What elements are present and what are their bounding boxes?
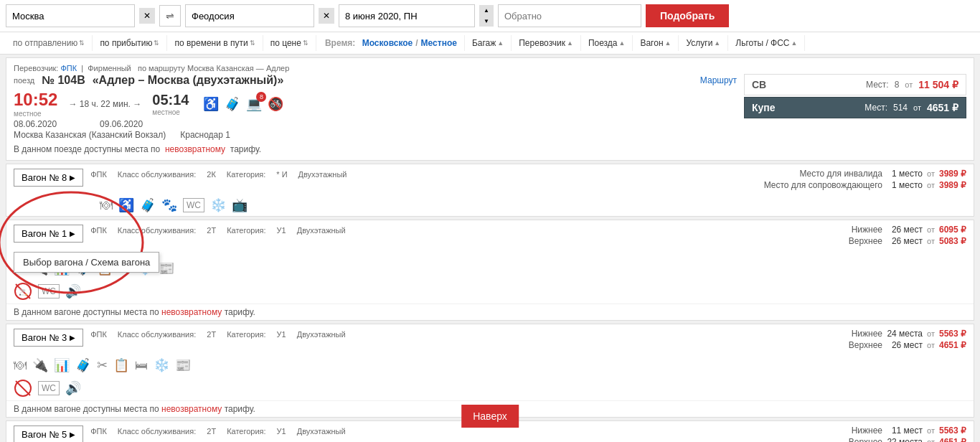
services-filter[interactable]: Услуги ▲ <box>679 35 728 51</box>
train-route-desc: по маршруту Москва Казанская — Адлер <box>138 64 289 72</box>
wagon-5-cat: У1 <box>277 427 286 436</box>
sort-departure-label: по отправлению <box>13 38 77 48</box>
wagon-1-price-1-places: 26 мест <box>887 236 923 246</box>
time-filter: Время: Московское / Местное <box>316 35 465 51</box>
wagon-5-price-1: Верхнее 22 места от 4651 ₽ <box>825 437 966 442</box>
benefits-label: Льготы / ФСС <box>735 38 789 48</box>
sort-arrival-label: по прибытию <box>100 38 152 48</box>
wagon-filter[interactable]: Вагон ▲ <box>633 35 679 51</box>
w3-clipboard-icon: 📋 <box>113 357 129 373</box>
baggage-filter[interactable]: Багаж ▲ <box>465 35 512 51</box>
sort-by-travel-time[interactable]: по времени в пути ⇅ <box>167 35 263 51</box>
wagon-1-price-0: Нижнее 26 мест от 6095 ₽ <box>825 225 966 235</box>
wagon-5-class: 2Т <box>207 427 216 436</box>
wagon-3-price-0-from: от <box>927 329 935 338</box>
sv-from: от <box>905 80 913 89</box>
wagon-3-icons-row-1: 🍽 🔌 📊 🧳 ✂ 📋 🛏 ❄️ 📰 <box>6 354 974 376</box>
wagon-5-type: Двухэтажный <box>297 427 346 436</box>
sort-by-departure[interactable]: по отправлению ⇅ <box>6 35 93 51</box>
wagon-3-price-1-label: Верхнее <box>825 340 882 350</box>
wagon-1-button[interactable]: Вагон № 1 ▶ <box>14 225 83 243</box>
wagon-1-info-row: ФПК Класс обслуживания: 2Т Категория: У1… <box>90 226 818 235</box>
train-times-row: 10:52 местное → 18 ч. 22 мин. → 05:14 ме… <box>14 90 737 118</box>
wagon-1-type: Двухэтажный <box>297 226 346 235</box>
wagon-8-class: 2К <box>207 170 216 179</box>
tv-icon: 📺 <box>232 197 248 213</box>
sort-departure-arrow: ⇅ <box>79 39 85 47</box>
wagon-5-price-0-from: от <box>927 426 935 435</box>
sv-price: 11 504 ₽ <box>918 79 958 90</box>
arrive-time: 05:14 <box>152 92 189 108</box>
wc-icon: WC <box>183 198 204 212</box>
w1-sound-icon: 🔊 <box>65 283 81 299</box>
back-to-top-button[interactable]: Наверх <box>461 405 519 428</box>
train-seat-types: СВ Мест: 8 от 11 504 ₽ Купе Мест: 514 от… <box>737 74 966 154</box>
sv-name: СВ <box>752 79 860 90</box>
wagon-1-footer: В данном вагоне доступны места по невозв… <box>6 304 974 320</box>
wagon-3-price-0-places: 24 места <box>887 329 923 339</box>
wagon-5-price-1-label: Верхнее <box>825 437 882 442</box>
depart-date: 08.06.2020 <box>14 119 57 129</box>
sort-time-arrow: ⇅ <box>250 39 255 47</box>
wagon-8-price-1-from: от <box>927 181 935 189</box>
to-clear-button[interactable]: ✕ <box>319 8 334 24</box>
to-input[interactable] <box>185 4 314 27</box>
trains-filter[interactable]: Поезда ▲ <box>581 35 633 51</box>
wagon-select-tooltip[interactable]: Выбор вагона / Схема вагона <box>14 252 159 273</box>
wagon-8-type: Двухэтажный <box>298 170 347 179</box>
wagon-8-button[interactable]: Вагон № 8 ▶ <box>14 169 83 187</box>
date-spinner: ▲ ▼ <box>479 5 494 27</box>
wagon-1-footer-end: тарифу. <box>225 307 255 317</box>
wagon-8-label: Вагон № 8 <box>22 172 67 183</box>
train-header: Перевозчик: ФПК | Фирменный по маршруту … <box>6 57 974 161</box>
carrier-link[interactable]: ФПК <box>60 64 77 72</box>
wagon-1-price-1-price: 5083 ₽ <box>939 236 966 246</box>
wagon-3-price-0-label: Нижнее <box>825 329 882 339</box>
wagon-3-price-0: Нижнее 24 места от 5563 ₽ <box>825 329 966 339</box>
from-input[interactable] <box>6 4 135 27</box>
sort-arrival-arrow: ⇅ <box>154 39 159 47</box>
benefits-filter[interactable]: Льготы / ФСС ▲ <box>728 35 805 51</box>
services-arrow: ▲ <box>714 39 720 47</box>
time-moscow-link[interactable]: Московское <box>362 38 413 48</box>
swap-button[interactable]: ⇌ <box>159 5 181 27</box>
wagon-1-carrier: ФПК <box>90 226 107 235</box>
wagon-3-icons-row-2: WC 🔊 <box>6 376 974 400</box>
screen-icon: 💻 8 <box>246 96 262 112</box>
wagon-section-8: Вагон № 8 ▶ ФПК Класс обслуживания: 2К К… <box>6 164 974 217</box>
wagon-1-nonreturn-link[interactable]: невозвратному <box>161 307 222 317</box>
stations-row: Москва Казанская (Казанский Вокзал) Крас… <box>14 130 737 140</box>
carrier-filter[interactable]: Перевозчик ▲ <box>512 35 581 51</box>
w3-sound-icon: 🔊 <box>65 380 81 396</box>
return-input[interactable] <box>498 4 641 27</box>
search-button[interactable]: Подобрать <box>646 4 729 27</box>
w3-restaurant-icon: 🍽 <box>14 358 27 373</box>
wagon-8-class-label: Класс обслуживания: <box>118 170 196 179</box>
dates-row: 08.06.2020 09.06.2020 <box>14 119 737 129</box>
wagon-3-button[interactable]: Вагон № 3 ▶ <box>14 329 83 347</box>
wagon-3-nonreturn-link[interactable]: невозвратному <box>161 404 222 414</box>
wagon-3-cat-label: Категория: <box>227 330 265 339</box>
route-link[interactable]: Маршрут <box>700 75 737 85</box>
wagon-1-class-label: Класс обслуживания: <box>118 226 196 235</box>
wagon-8-prices: Место для инвалида 1 место от 3989 ₽ Мес… <box>764 169 966 190</box>
from-clear-button[interactable]: ✕ <box>139 8 155 24</box>
date-up-button[interactable]: ▲ <box>479 5 494 16</box>
wagon-8-info-row: ФПК Класс обслуживания: 2К Категория: * … <box>90 170 757 179</box>
date-input[interactable] <box>339 4 475 27</box>
notice-link[interactable]: невозвратному <box>165 144 225 154</box>
arrive-station: Краснодар 1 <box>180 130 230 140</box>
wagon-section-1: Вагон № 1 ▶ Выбор вагона / Схема вагона … <box>6 220 974 321</box>
date-down-button[interactable]: ▼ <box>479 16 494 27</box>
wagon-8-carrier: ФПК <box>90 170 107 179</box>
sort-by-arrival[interactable]: по прибытию ⇅ <box>93 35 167 51</box>
wagon-3-footer-end: тарифу. <box>225 404 255 414</box>
notice-text: В данном поезде доступны места по <box>14 144 160 154</box>
time-local-link[interactable]: Местное <box>421 38 457 48</box>
sv-seat-row: СВ Мест: 8 от 11 504 ₽ <box>744 74 966 95</box>
wagon-5-button[interactable]: Вагон № 5 ▶ <box>14 425 83 442</box>
sort-by-price[interactable]: по цене ⇅ <box>263 35 316 51</box>
wagon-3-type: Двухэтажный <box>297 330 346 339</box>
carrier-prefix: Перевозчик: <box>14 64 58 72</box>
no-smoking-icon: 🚬 <box>14 282 32 301</box>
